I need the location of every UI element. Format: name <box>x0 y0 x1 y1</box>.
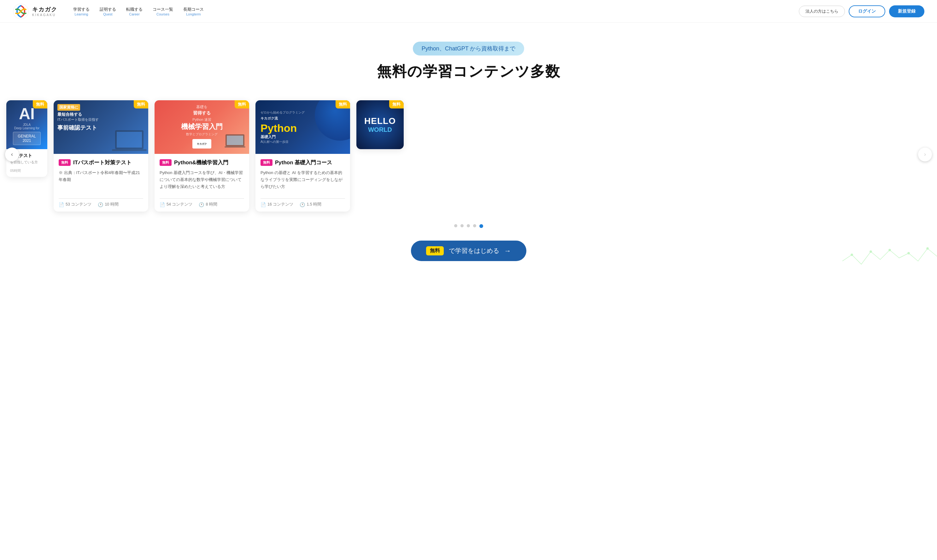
login-button[interactable]: ログイン <box>849 5 885 17</box>
document-icon-ml: 📄 <box>160 202 165 207</box>
partial-card-sub: を目指している方 <box>10 160 43 165</box>
clock-icon-pb: 🕐 <box>300 202 305 207</box>
dot-2[interactable] <box>460 224 464 227</box>
laptop-ml-icon <box>224 134 246 149</box>
badge-free-it: 無料 <box>134 100 148 108</box>
card-thumbnail-hello: HELLO WORLD 無料 <box>356 100 404 149</box>
card-thumbnail-ai: AI JDLADeep Learning for GENERAL2021 無料 <box>6 100 47 149</box>
hours-ml: 8 時間 <box>206 202 217 207</box>
header-actions: 法人の方はこちら ログイン 新規登録 <box>799 5 925 17</box>
cta-start-button[interactable]: 無料 で学習をはじめる → <box>411 241 526 261</box>
hero-section: Python、ChatGPT から資格取得まで 無料の学習コンテンツ多数 <box>0 23 937 91</box>
chevron-left-icon: ‹ <box>11 151 13 158</box>
svg-point-11 <box>926 248 928 249</box>
document-icon: 📄 <box>58 202 64 207</box>
logo-text: キカガク KIKAGAKU <box>32 6 57 17</box>
card-body-ml: 無料 Python&機械学習入門 Python 基礎入門コースを学び、AI・機械… <box>155 154 249 212</box>
card-hello-partial[interactable]: HELLO WORLD 無料 <box>356 100 404 149</box>
clock-icon: 🕐 <box>98 202 103 207</box>
svg-rect-5 <box>227 135 243 145</box>
nav-quest[interactable]: 証明する Quest <box>100 7 116 16</box>
carousel: ‹ AI JDLADeep Learning for GENERAL2021 無… <box>0 91 937 218</box>
bg-decoration <box>842 242 937 280</box>
card-meta-pb: 📄 16 コンテンツ 🕐 1.5 時間 <box>260 202 345 207</box>
header: キカガク KIKAGAKU 学習する Learning 証明する Quest 転… <box>0 0 937 23</box>
dot-3[interactable] <box>467 224 470 227</box>
carousel-dots <box>0 224 937 228</box>
chevron-right-icon: › <box>924 151 926 158</box>
svg-point-8 <box>870 251 872 252</box>
cta-label: で学習をはじめる <box>449 246 499 255</box>
card-thumbnail-python-ml: 基礎を 習得する Python 速習 機械学習入門 数学とプログラミング キカガ… <box>155 100 249 154</box>
kikagaku-logo-ml: キカガク <box>192 139 211 149</box>
carousel-prev-button[interactable]: ‹ <box>5 148 19 162</box>
tag-free-pb: 無料 <box>260 159 272 166</box>
card-body-it: 無料 ITパスポート対策テスト ※ 出典：ITパスポート令和4年春期〜平成21年… <box>54 154 148 212</box>
card-it-passport[interactable]: 国家資格に 最短合格する ITパスポート取得を目指す 事前確認テスト 無料 <box>54 100 148 212</box>
contents-count-pb: 16 コンテンツ <box>268 202 293 207</box>
svg-rect-6 <box>225 146 245 148</box>
hero-title: 無料の学習コンテンツ多数 <box>6 62 931 82</box>
svg-rect-2 <box>117 132 142 148</box>
svg-point-7 <box>851 254 853 256</box>
nav-longterm[interactable]: 長期コース Longterm <box>183 7 204 16</box>
nav-courses[interactable]: コース一覧 Courses <box>153 7 173 16</box>
card-body-pb: 無料 Python 基礎入門コース Python の基礎と AI を学習するため… <box>255 154 350 212</box>
svg-point-10 <box>908 252 909 254</box>
card-python-ml[interactable]: 基礎を 習得する Python 速習 機械学習入門 数学とプログラミング キカガ… <box>155 100 249 212</box>
tag-free-it: 無料 <box>58 159 71 166</box>
badge-free-pb: 無料 <box>335 100 350 108</box>
nav-career[interactable]: 転職する Career <box>126 7 143 16</box>
dot-4[interactable] <box>473 224 476 227</box>
register-button[interactable]: 新規登録 <box>889 5 925 17</box>
cta-free-tag: 無料 <box>426 246 444 255</box>
partial-card-meta: 05時間 <box>10 168 43 173</box>
card-meta-ml: 📄 54 コンテンツ 🕐 8 時間 <box>160 202 244 207</box>
logo[interactable]: キカガク KIKAGAKU <box>12 3 63 20</box>
card-title-ml: Python&機械学習入門 <box>174 159 228 166</box>
card-desc-it: ※ 出典：ITパスポート令和4年春期〜平成21年春期 <box>58 169 143 195</box>
document-icon-pb: 📄 <box>260 202 266 207</box>
carousel-track: AI JDLADeep Learning for GENERAL2021 無料 … <box>0 100 937 212</box>
hours-it: 10 時間 <box>105 202 118 207</box>
logo-icon <box>12 3 29 20</box>
cta-arrow-icon: → <box>504 247 511 255</box>
logo-name: キカガク <box>32 6 57 13</box>
cta-section: 無料 で学習をはじめる → <box>0 237 937 280</box>
card-title-it: ITパスポート対策テスト <box>73 159 132 166</box>
main-nav: 学習する Learning 証明する Quest 転職する Career コース… <box>73 7 789 16</box>
contents-count-ml: 54 コンテンツ <box>166 202 192 207</box>
badge-free-hello: 無料 <box>389 100 404 108</box>
card-desc-ml: Python 基礎入門コースを学び、AI・機械学習についての基本的な数学や機械学… <box>160 169 244 195</box>
carousel-next-button[interactable]: › <box>918 148 932 162</box>
card-desc-pb: Python の基礎と AI を学習するための基本的なライブラリを実際にコーディ… <box>260 169 345 195</box>
card-title-pb: Python 基礎入門コース <box>275 159 332 166</box>
svg-rect-3 <box>112 149 147 151</box>
nav-learning[interactable]: 学習する Learning <box>73 7 89 16</box>
card-ai-partial[interactable]: AI JDLADeep Learning for GENERAL2021 無料 … <box>6 100 47 177</box>
logo-sub: KIKAGAKU <box>32 13 57 17</box>
card-thumbnail-it: 国家資格に 最短合格する ITパスポート取得を目指す 事前確認テスト 無料 <box>54 100 148 154</box>
card-thumbnail-python-basic: ゼロから始めるプログラミング キカガク流 Python 基礎入門 AI人材への第… <box>255 100 350 154</box>
hours-pb: 1.5 時間 <box>306 202 322 207</box>
laptop-illustration <box>111 129 148 154</box>
card-python-basic[interactable]: ゼロから始めるプログラミング キカガク流 Python 基礎入門 AI人材への第… <box>255 100 350 212</box>
dot-1[interactable] <box>454 224 457 227</box>
corporate-button[interactable]: 法人の方はこちら <box>799 6 845 17</box>
clock-icon-ml: 🕐 <box>199 202 204 207</box>
tag-free-ml: 無料 <box>160 159 172 166</box>
hero-badge: Python、ChatGPT から資格取得まで <box>413 42 525 55</box>
card-meta-it: 📄 53 コンテンツ 🕐 10 時間 <box>58 202 143 207</box>
badge-free-ai: 無料 <box>33 100 47 108</box>
svg-point-9 <box>889 249 891 251</box>
contents-count-it: 53 コンテンツ <box>66 202 91 207</box>
badge-free-ml: 無料 <box>235 100 249 108</box>
dot-5[interactable] <box>479 224 483 228</box>
